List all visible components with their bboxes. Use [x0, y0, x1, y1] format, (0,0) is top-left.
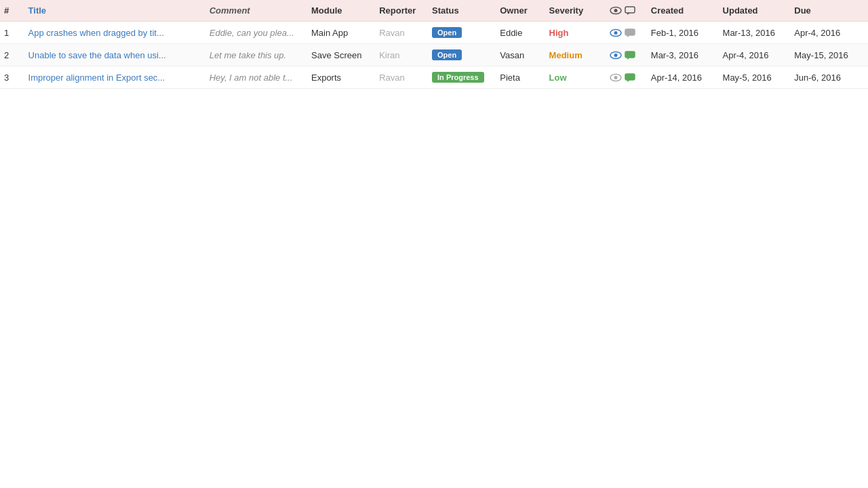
col-header-owner: Owner [496, 0, 545, 22]
col-header-icons [606, 0, 647, 22]
issues-table-container: # Title Comment Module Reporter Status O… [0, 0, 868, 89]
row-severity: Medium [545, 44, 606, 66]
svg-rect-10 [625, 52, 635, 58]
table-row: 1App crashes when dragged by tit...Eddie… [0, 22, 868, 44]
col-header-created: Created [647, 0, 719, 22]
comment-icon [625, 73, 635, 82]
svg-point-1 [614, 9, 617, 12]
row-created: Mar-3, 2016 [647, 44, 719, 66]
comment-icon [625, 28, 635, 37]
table-row: 2Unable to save the data when usi...Let … [0, 44, 868, 66]
title-link[interactable]: App crashes when dragged by tit... [28, 28, 164, 38]
row-updated: Mar-13, 2016 [719, 22, 791, 44]
row-owner: Eddie [496, 22, 545, 44]
row-due: Apr-4, 2016 [790, 22, 868, 44]
row-module: Save Screen [307, 44, 375, 66]
eye-icon [610, 51, 622, 60]
col-header-comment: Comment [205, 0, 307, 22]
svg-point-9 [614, 54, 617, 57]
status-badge: Open [432, 49, 462, 60]
col-header-due: Due [790, 0, 868, 22]
row-comment: Eddie, can you plea... [205, 22, 307, 44]
issues-table: # Title Comment Module Reporter Status O… [0, 0, 868, 89]
row-icons [606, 44, 647, 66]
title-link[interactable]: Improper alignment in Export sec... [28, 73, 165, 83]
col-header-severity: Severity [545, 0, 606, 22]
severity-value: Low [549, 73, 567, 83]
row-reporter: Ravan [375, 66, 428, 89]
row-severity: Low [545, 66, 606, 89]
svg-rect-6 [625, 29, 635, 35]
row-module: Exports [307, 66, 375, 89]
row-icons [606, 22, 647, 44]
row-num: 1 [0, 22, 24, 44]
status-badge: Open [432, 27, 462, 38]
row-created: Apr-14, 2016 [647, 66, 719, 89]
row-module: Main App [307, 22, 375, 44]
row-created: Feb-1, 2016 [647, 22, 719, 44]
row-num: 2 [0, 44, 24, 66]
svg-rect-14 [625, 74, 635, 80]
row-reporter: Kiran [375, 44, 428, 66]
row-num: 3 [0, 66, 24, 89]
severity-value: High [549, 28, 569, 38]
row-status: In Progress [428, 66, 496, 89]
col-header-num: # [0, 0, 24, 22]
row-reporter: Ravan [375, 22, 428, 44]
col-header-module: Module [307, 0, 375, 22]
table-header-row: # Title Comment Module Reporter Status O… [0, 0, 868, 22]
row-due: Jun-6, 2016 [790, 66, 868, 89]
svg-point-5 [614, 31, 617, 35]
comment-header-icon [625, 6, 635, 15]
eye-icon [610, 73, 622, 82]
col-header-reporter: Reporter [375, 0, 428, 22]
row-title[interactable]: App crashes when dragged by tit... [24, 22, 205, 44]
svg-rect-2 [625, 7, 635, 13]
eye-icon [610, 28, 622, 37]
row-title[interactable]: Improper alignment in Export sec... [24, 66, 205, 89]
col-header-title[interactable]: Title [24, 0, 205, 22]
col-header-updated: Updated [719, 0, 791, 22]
row-title[interactable]: Unable to save the data when usi... [24, 44, 205, 66]
comment-icon [625, 51, 635, 60]
row-updated: Apr-4, 2016 [719, 44, 791, 66]
severity-value: Medium [549, 50, 583, 60]
row-severity: High [545, 22, 606, 44]
row-due: May-15, 2016 [790, 44, 868, 66]
row-updated: May-5, 2016 [719, 66, 791, 89]
row-status: Open [428, 44, 496, 66]
row-owner: Vasan [496, 44, 545, 66]
status-badge: In Progress [432, 72, 484, 83]
col-header-status: Status [428, 0, 496, 22]
eye-header-icon [610, 6, 622, 15]
row-comment: Let me take this up. [205, 44, 307, 66]
svg-point-13 [614, 76, 617, 79]
row-owner: Pieta [496, 66, 545, 89]
table-row: 3Improper alignment in Export sec...Hey,… [0, 66, 868, 89]
row-icons [606, 66, 647, 89]
row-status: Open [428, 22, 496, 44]
row-comment: Hey, I am not able t... [205, 66, 307, 89]
title-link[interactable]: Unable to save the data when usi... [28, 50, 166, 60]
